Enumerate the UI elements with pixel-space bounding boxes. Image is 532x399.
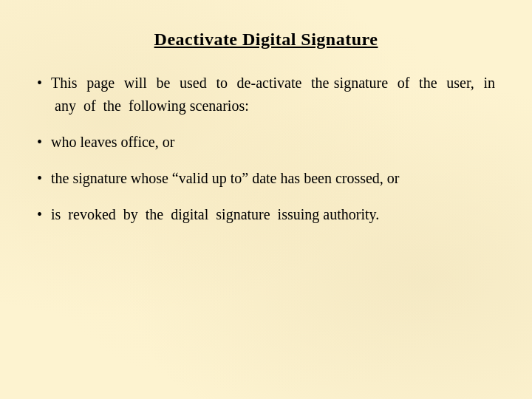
list-item: • This page will be used to de-activate … (37, 72, 495, 117)
bullet3-text: the signature whose “valid up to” date h… (51, 167, 495, 190)
bullet-icon: • (37, 72, 42, 94)
bullet-icon: • (37, 203, 42, 225)
list-item: • the signature whose “valid up to” date… (37, 167, 495, 190)
page-title: Deactivate Digital Signature (37, 30, 495, 50)
bullet4-text: is revoked by the digital signature issu… (51, 203, 495, 226)
list-item: • who leaves office, or (37, 131, 495, 154)
bullet2-text: who leaves office, or (51, 131, 495, 154)
main-bullet-list: • This page will be used to de-activate … (37, 72, 495, 239)
bullet-icon: • (37, 167, 42, 189)
bullet-icon: • (37, 131, 42, 153)
bullet1-text: This page will be used to de-activate th… (51, 72, 495, 117)
list-item: • is revoked by the digital signature is… (37, 203, 495, 226)
main-content: Deactivate Digital Signature • This page… (0, 0, 532, 399)
